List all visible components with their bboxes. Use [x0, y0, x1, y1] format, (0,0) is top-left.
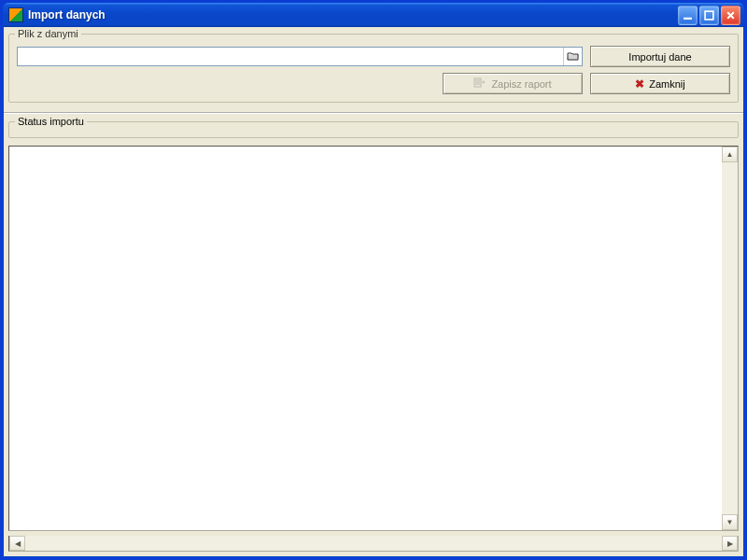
import-button[interactable]: Importuj dane: [590, 46, 730, 67]
file-path-input[interactable]: [18, 48, 563, 65]
scroll-v-track[interactable]: [722, 162, 738, 514]
status-group-legend: Status importu: [15, 116, 87, 127]
save-report-label: Zapisz raport: [491, 78, 551, 90]
svg-rect-1: [705, 11, 713, 20]
top-section: Plik z danymi: [4, 27, 743, 114]
folder-open-icon: [567, 50, 580, 63]
close-button[interactable]: ✖ Zamknij: [590, 73, 730, 94]
client-area: Plik z danymi: [3, 27, 744, 557]
status-textarea-wrap: ▲ ▼: [8, 146, 739, 531]
status-textarea[interactable]: [9, 147, 722, 530]
status-output-container: ▲ ▼ ◀ ▶: [4, 142, 743, 556]
file-group-legend: Plik z danymi: [15, 28, 81, 39]
window-controls: [678, 6, 740, 25]
close-button-label: Zamknij: [649, 78, 685, 90]
scroll-right-button[interactable]: ▶: [722, 536, 738, 551]
scroll-up-button[interactable]: ▲: [722, 147, 738, 162]
window-frame: Import danych Plik z danymi: [0, 0, 747, 560]
scroll-h-track[interactable]: [25, 536, 722, 551]
import-button-label: Importuj dane: [628, 51, 691, 63]
file-groupbox: Plik z danymi: [8, 34, 739, 103]
scroll-left-button[interactable]: ◀: [9, 536, 25, 551]
scroll-down-button[interactable]: ▼: [722, 514, 738, 530]
close-icon: ✖: [635, 77, 644, 91]
minimize-button[interactable]: [678, 6, 698, 25]
close-window-button[interactable]: [721, 6, 740, 25]
titlebar[interactable]: Import danych: [3, 3, 744, 27]
maximize-button[interactable]: [699, 6, 719, 25]
horizontal-scrollbar[interactable]: ◀ ▶: [8, 536, 739, 552]
app-icon: [8, 7, 23, 22]
window-title: Import danych: [28, 8, 106, 21]
status-groupbox: Status importu: [8, 121, 739, 138]
save-report-button[interactable]: Zapisz raport: [443, 73, 583, 94]
browse-button[interactable]: [563, 48, 582, 65]
svg-rect-0: [684, 17, 692, 19]
vertical-scrollbar[interactable]: ▲ ▼: [722, 147, 738, 530]
file-path-field: [17, 47, 583, 66]
save-report-icon: [473, 77, 486, 91]
